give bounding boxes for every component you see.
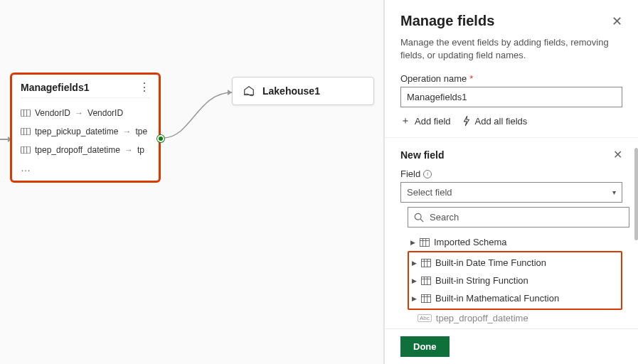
tree-label: Built-in Date Time Function — [435, 257, 546, 268]
add-all-fields-button[interactable]: Add all fields — [462, 114, 528, 127]
search-icon — [414, 213, 424, 223]
divider — [385, 137, 638, 138]
chevron-right-icon: ▶ — [412, 295, 417, 302]
column-icon — [21, 146, 31, 154]
field-to: tpe — [135, 127, 147, 136]
field-label: Field i — [400, 168, 622, 179]
panel-title: Manage fields — [400, 13, 494, 29]
tree-leaf-label: tpep_dropoff_datetime — [436, 313, 528, 323]
bolt-icon — [462, 116, 471, 126]
table-icon — [421, 277, 431, 285]
field-search-input[interactable]: Search — [408, 207, 629, 228]
tree-item-datetime-fn[interactable]: ▶ Built-in Date Time Function — [409, 254, 621, 272]
arrow-icon: → — [124, 145, 133, 155]
tree-leaf-tpep-dropoff[interactable]: Abc tpep_dropoff_datetime — [415, 310, 622, 326]
node-menu-icon[interactable]: ⋮ — [139, 82, 150, 93]
field-label-text: Field — [400, 168, 420, 179]
field-to: tp — [137, 145, 144, 155]
field-from: tpep_dropoff_datetime — [35, 145, 120, 155]
chevron-right-icon: ▶ — [412, 259, 417, 267]
svg-line-11 — [420, 219, 423, 222]
chevron-right-icon: ▶ — [410, 239, 415, 246]
svg-rect-20 — [422, 277, 431, 284]
svg-rect-3 — [21, 128, 30, 135]
node-managefields-title: Managefields1 — [21, 82, 89, 93]
tree-item-string-fn[interactable]: ▶ Built-in String Function — [409, 272, 621, 289]
field-from: tpep_pickup_datetime — [35, 127, 118, 136]
field-to: VendorID — [87, 108, 123, 118]
node-managefields[interactable]: Managefields1 ⋮ VendorID → VendorID tpep… — [11, 74, 159, 181]
svg-rect-0 — [21, 109, 30, 117]
node-lakehouse-title: Lakehouse1 — [262, 85, 320, 97]
tree-label: Imported Schema — [434, 237, 507, 247]
operation-name-label: Operation name * — [400, 73, 622, 84]
close-new-field-icon[interactable]: ✕ — [613, 148, 622, 161]
field-select[interactable]: Select field ▾ — [400, 182, 622, 203]
chevron-down-icon: ▾ — [612, 188, 616, 196]
more-fields-ellipsis[interactable]: … — [21, 159, 150, 173]
edge-connector — [162, 85, 233, 142]
arrow-icon: → — [122, 127, 131, 136]
panel-description: Manage the event fields by adding fields… — [400, 36, 622, 62]
add-all-fields-label: Add all fields — [475, 116, 528, 127]
column-icon — [21, 128, 31, 135]
column-icon — [21, 109, 31, 117]
tree-item-math-fn[interactable]: ▶ Built-in Mathematical Function — [409, 289, 621, 307]
svg-point-10 — [415, 213, 421, 220]
add-field-button[interactable]: ＋ Add field — [400, 114, 451, 127]
field-mapping-row: VendorID → VendorID — [21, 104, 150, 122]
panel-scrollbar[interactable] — [634, 148, 638, 240]
table-icon — [421, 259, 431, 267]
svg-rect-16 — [422, 259, 431, 267]
panel-footer: Done — [385, 328, 638, 364]
incoming-edge-arrow — [0, 139, 11, 140]
svg-rect-6 — [21, 146, 30, 154]
tree-item-imported-schema[interactable]: ▶ Imported Schema — [408, 233, 622, 251]
chevron-right-icon: ▶ — [412, 277, 417, 284]
info-icon[interactable]: i — [423, 170, 432, 178]
close-panel-icon[interactable]: ✕ — [612, 14, 622, 29]
required-asterisk: * — [469, 73, 473, 84]
field-mapping-row: tpep_pickup_datetime → tpe — [21, 122, 150, 141]
done-button[interactable]: Done — [400, 336, 450, 357]
table-icon — [421, 294, 431, 303]
arrow-icon: → — [75, 108, 83, 118]
svg-rect-12 — [420, 238, 430, 246]
search-placeholder: Search — [430, 212, 459, 223]
tree-label: Built-in Mathematical Function — [435, 293, 559, 304]
tree-label: Built-in String Function — [435, 275, 528, 286]
string-type-icon: Abc — [418, 314, 432, 322]
field-from: VendorID — [35, 108, 70, 118]
table-icon — [420, 238, 430, 247]
field-mapping-row: tpep_dropoff_datetime → tp — [21, 141, 150, 159]
field-select-placeholder: Select field — [407, 187, 452, 198]
highlighted-functions-group: ▶ Built-in Date Time Function ▶ Built-in… — [408, 251, 622, 310]
svg-rect-24 — [422, 294, 431, 302]
canvas[interactable]: Managefields1 ⋮ VendorID → VendorID tpep… — [0, 0, 384, 364]
plus-icon: ＋ — [400, 114, 410, 127]
add-field-label: Add field — [415, 116, 451, 127]
operation-name-input[interactable] — [400, 87, 622, 107]
operation-name-label-text: Operation name — [400, 73, 467, 84]
node-lakehouse[interactable]: Lakehouse1 — [232, 77, 374, 105]
manage-fields-panel: Manage fields ✕ Manage the event fields … — [384, 0, 638, 364]
field-tree: ▶ Imported Schema ▶ Built-in Date Time F… — [408, 233, 622, 326]
new-field-heading: New field — [400, 149, 444, 161]
lakehouse-icon — [243, 85, 255, 97]
